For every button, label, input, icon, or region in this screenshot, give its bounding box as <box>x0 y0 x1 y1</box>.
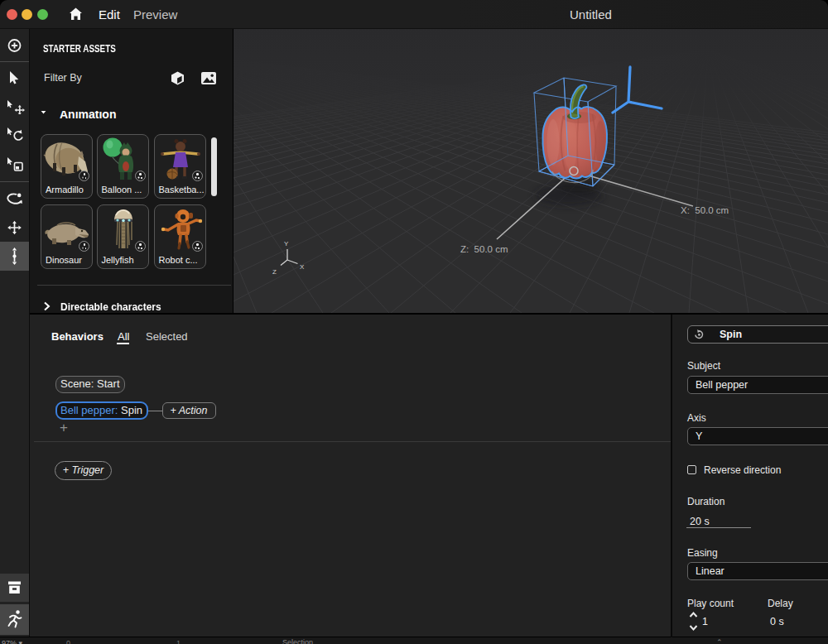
svg-text:X: X <box>300 263 305 271</box>
svg-text:Y: Y <box>284 240 289 248</box>
svg-text:Z: 50.0 cm: Z: 50.0 cm <box>460 244 508 254</box>
svg-text:X: 50.0 cm: X: 50.0 cm <box>681 205 729 215</box>
svg-text:Z: Z <box>272 268 277 276</box>
